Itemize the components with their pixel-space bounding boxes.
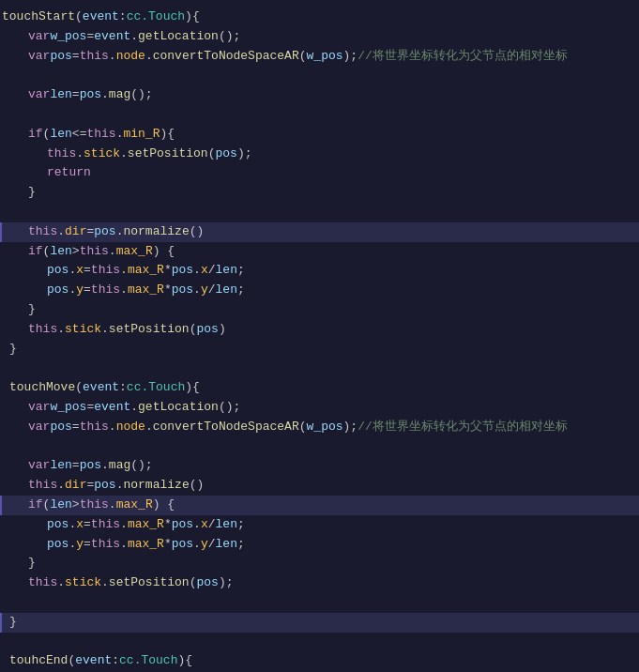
line-32: } [0,613,639,633]
line-23-empty [0,437,639,457]
line-7: if(len <= this.min_R){ [0,125,639,145]
line-12: this.dir = pos.normalize() [0,222,639,242]
line-3: var pos = this.node.convertToNodeSpaceAR… [0,47,639,67]
line-25: this.dir = pos.normalize() [0,476,639,496]
line-5: var len = pos.mag(); [0,85,639,105]
line-1: touchStart(event: cc.Touch){ [0,8,639,27]
line-16: } [0,300,639,320]
line-6-empty [0,105,639,125]
line-17: this.stick.setPosition(pos) [0,320,639,340]
line-9: return [0,163,639,183]
line-11-empty [0,203,639,222]
line-29: } [0,554,639,573]
line-30: this.stick.setPosition(pos); [0,573,639,593]
line-18: } [0,340,639,359]
line-14: pos.x = this.max_R * pos.x / len; [0,261,639,281]
line-2: var w_pos = event.getLocation(); [0,27,639,47]
line-21: var w_pos = event.getLocation(); [0,398,639,418]
line-27: pos.x = this.max_R * pos.x / len; [0,515,639,535]
line-8: this.stick.setPosition(pos); [0,145,639,164]
line-26: if (len > this.max_R) { [0,496,639,515]
line-4-empty [0,66,639,85]
line-34: touhcEnd(event: cc.Touch){ [0,651,639,671]
line-20: touchMove(event: cc.Touch){ [0,378,639,398]
line-33-empty [0,633,639,652]
line-24: var len = pos.mag(); [0,456,639,476]
line-28: pos.y = this.max_R * pos.y / len; [0,535,639,555]
line-22: var pos = this.node.convertToNodeSpaceAR… [0,418,639,437]
line-13: if (len > this.max_R) { [0,242,639,262]
line-10: } [0,183,639,203]
code-editor: touchStart(event: cc.Touch){ var w_pos =… [0,0,639,672]
line-19-empty [0,359,639,378]
line-15: pos.y = this.max_R * pos.y / len; [0,281,639,300]
line-31-empty [0,593,639,613]
